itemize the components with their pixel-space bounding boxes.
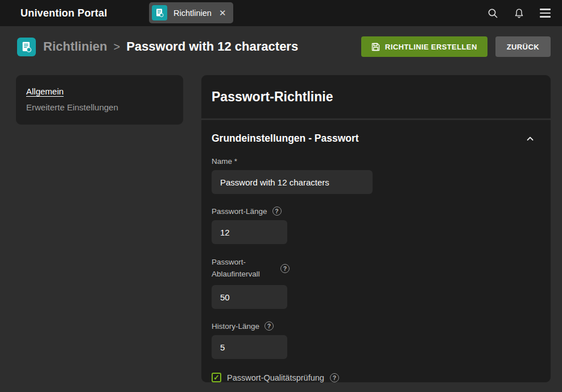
tab-label: Richtlinien bbox=[173, 9, 212, 18]
section-title: Grundeinstellungen - Passwort bbox=[212, 133, 359, 145]
search-icon[interactable] bbox=[487, 8, 498, 19]
policy-form-panel: Passwort-Richtlinie Grundeinstellungen -… bbox=[201, 75, 551, 382]
header-buttons: RICHTLINIE ERSTELLEN ZURÜCK bbox=[361, 36, 551, 57]
nav-item-erweiterte-einstellungen[interactable]: Erweiterte Einstellungen bbox=[26, 102, 173, 112]
collapse-chevron-up-icon[interactable] bbox=[527, 137, 534, 141]
panel-title-row: Passwort-Richtlinie bbox=[201, 75, 551, 118]
name-field-label: Name * bbox=[212, 157, 237, 166]
content-area: Allgemein Erweiterte Einstellungen Passw… bbox=[0, 67, 562, 382]
page-header: Richtlinien > Password with 12 character… bbox=[0, 26, 562, 67]
quality-check-label: Passwort-Qualitätsprüfung bbox=[227, 373, 324, 382]
page-title: Password with 12 characters bbox=[126, 39, 298, 54]
history-length-input[interactable] bbox=[212, 335, 287, 359]
expiry-interval-help-icon[interactable]: ? bbox=[280, 264, 290, 273]
policy-breadcrumb-icon bbox=[17, 38, 36, 56]
app-title: Univention Portal bbox=[20, 7, 107, 19]
name-input[interactable] bbox=[212, 170, 373, 194]
save-icon bbox=[371, 43, 380, 51]
expiry-interval-label-row: Passwort-Ablaufintervall ? bbox=[212, 257, 540, 280]
topbar-actions bbox=[487, 0, 551, 26]
expiry-interval-label: Passwort-Ablaufintervall bbox=[212, 257, 275, 280]
menu-hamburger-icon[interactable] bbox=[540, 9, 551, 18]
history-length-label: History-Länge bbox=[212, 322, 259, 331]
section-grundeinstellungen: Grundeinstellungen - Passwort Name * Pas… bbox=[201, 120, 551, 382]
tab-richtlinien[interactable]: Richtlinien ✕ bbox=[149, 2, 233, 23]
nav-item-allgemein[interactable]: Allgemein bbox=[26, 86, 173, 96]
tab-close-icon[interactable]: ✕ bbox=[219, 8, 226, 18]
topbar: Univention Portal Richtlinien ✕ bbox=[0, 0, 562, 26]
quality-check-row: ✓ Passwort-Qualitätsprüfung ? bbox=[212, 373, 540, 382]
name-field-label-row: Name * bbox=[212, 157, 540, 166]
pw-length-help-icon[interactable]: ? bbox=[272, 207, 282, 216]
breadcrumb-parent[interactable]: Richtlinien bbox=[43, 39, 107, 54]
quality-check-help-icon[interactable]: ? bbox=[330, 373, 339, 382]
pw-length-label: Passwort-Länge bbox=[212, 207, 267, 216]
history-length-label-row: History-Länge ? bbox=[212, 321, 540, 331]
section-header[interactable]: Grundeinstellungen - Passwort bbox=[212, 133, 540, 145]
form-nav-card: Allgemein Erweiterte Einstellungen bbox=[16, 75, 183, 125]
history-length-help-icon[interactable]: ? bbox=[265, 321, 274, 331]
back-button[interactable]: ZURÜCK bbox=[495, 36, 551, 57]
pw-length-label-row: Passwort-Länge ? bbox=[212, 207, 540, 216]
quality-check-checkbox[interactable]: ✓ bbox=[212, 373, 221, 382]
pw-length-input[interactable] bbox=[212, 220, 287, 244]
create-policy-button-label: RICHTLINIE ERSTELLEN bbox=[385, 43, 477, 51]
back-button-label: ZURÜCK bbox=[507, 43, 539, 51]
notifications-bell-icon[interactable] bbox=[514, 8, 524, 19]
create-policy-button[interactable]: RICHTLINIE ERSTELLEN bbox=[361, 36, 487, 57]
policy-tab-icon bbox=[152, 5, 167, 20]
breadcrumb-separator: > bbox=[113, 40, 120, 53]
expiry-interval-input[interactable] bbox=[212, 285, 287, 309]
panel-title: Passwort-Richtlinie bbox=[212, 89, 540, 105]
